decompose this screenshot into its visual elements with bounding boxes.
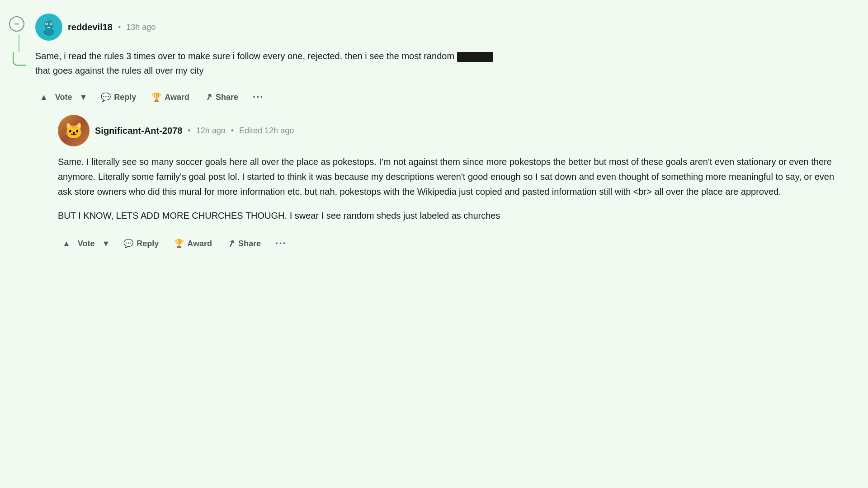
downvote-icon: ▼ bbox=[80, 93, 88, 102]
top-comment-share-button[interactable]: ↗ Share bbox=[198, 88, 245, 106]
top-comment-award-button[interactable]: 🏆 Award bbox=[145, 89, 196, 106]
nested-downvote-button[interactable]: ▼ bbox=[98, 236, 115, 251]
nested-edited-label: Edited 12h ago bbox=[239, 126, 294, 136]
top-comment-upvote-button[interactable]: ▲ bbox=[35, 90, 52, 105]
nested-more-icon: ··· bbox=[275, 238, 286, 249]
nested-reply-button[interactable]: 💬 Reply bbox=[117, 235, 165, 252]
svg-point-4 bbox=[46, 23, 47, 25]
nested-dot2: • bbox=[231, 126, 234, 136]
nested-comment-header: 🐱 Significant-Ant-2078 • 12h ago • Edite… bbox=[58, 115, 850, 146]
nested-paragraph-2: BUT I KNOW, LETS ADD MORE CHURCHES THOUG… bbox=[58, 208, 850, 223]
top-comment-header: reddevil18 • 13h ago bbox=[35, 14, 850, 41]
nested-comment-timestamp: 12h ago bbox=[196, 126, 226, 136]
thread-line-top bbox=[19, 34, 19, 52]
nested-award-label: Award bbox=[187, 239, 212, 249]
top-comment-text-part2: that goes against the rules all over my … bbox=[35, 66, 203, 75]
award-label: Award bbox=[165, 93, 189, 102]
nested-downvote-icon: ▼ bbox=[102, 239, 110, 249]
top-comment-reply-button[interactable]: 💬 Reply bbox=[94, 89, 142, 106]
nested-more-button[interactable]: ··· bbox=[270, 234, 292, 253]
nested-award-icon: 🏆 bbox=[174, 239, 184, 249]
svg-rect-6 bbox=[47, 27, 50, 28]
top-comment-timestamp: 13h ago bbox=[126, 23, 156, 32]
collapse-area: − bbox=[9, 14, 29, 66]
nested-reply-label: Reply bbox=[137, 239, 159, 249]
reply-label: Reply bbox=[114, 93, 136, 102]
nested-avatar-image: 🐱 bbox=[58, 115, 90, 146]
nested-upvote-icon: ▲ bbox=[62, 239, 71, 249]
nested-dot1: • bbox=[188, 126, 190, 136]
top-comment-action-bar: ▲ Vote ▼ 💬 Reply 🏆 Award bbox=[35, 88, 850, 107]
top-comment-downvote-button[interactable]: ▼ bbox=[75, 90, 92, 105]
collapse-icon: − bbox=[14, 19, 19, 28]
nested-paragraph-1: Same. I literally see so many soccer goa… bbox=[58, 155, 850, 199]
more-icon: ··· bbox=[253, 91, 264, 103]
nested-vote-label: Vote bbox=[78, 239, 95, 249]
top-comment-dot: • bbox=[118, 23, 121, 32]
thread-curve bbox=[13, 52, 26, 66]
top-comment-more-button[interactable]: ··· bbox=[247, 88, 269, 107]
top-comment: − bbox=[9, 14, 850, 253]
nested-comment-action-bar: ▲ Vote ▼ 💬 Reply 🏆 Award bbox=[58, 234, 850, 253]
svg-point-5 bbox=[51, 23, 52, 25]
redacted-word bbox=[457, 52, 493, 62]
nested-reply-icon: 💬 bbox=[123, 239, 133, 249]
top-comment-text: Same, i read the rules 3 times over to m… bbox=[35, 49, 850, 78]
collapse-button[interactable]: − bbox=[9, 16, 24, 32]
svg-point-9 bbox=[43, 28, 54, 36]
top-comment-username: reddevil18 bbox=[68, 22, 113, 33]
top-comment-avatar bbox=[35, 14, 62, 41]
top-comment-vote-label: Vote bbox=[55, 93, 72, 102]
nested-share-icon: ↗ bbox=[226, 237, 236, 250]
top-comment-text-part1: Same, i read the rules 3 times over to m… bbox=[35, 51, 454, 61]
share-icon: ↗ bbox=[203, 91, 214, 103]
nested-share-button[interactable]: ↗ Share bbox=[221, 235, 267, 253]
page-container: − bbox=[0, 0, 868, 271]
upvote-icon: ▲ bbox=[40, 93, 48, 102]
nested-share-label: Share bbox=[238, 239, 261, 249]
nested-comment: 🐱 Significant-Ant-2078 • 12h ago • Edite… bbox=[58, 115, 850, 253]
nested-upvote-button[interactable]: ▲ bbox=[58, 236, 75, 251]
share-label: Share bbox=[216, 93, 238, 102]
nested-comment-avatar: 🐱 bbox=[58, 115, 90, 146]
nested-comment-username: Significant-Ant-2078 bbox=[95, 126, 182, 136]
reply-icon: 💬 bbox=[101, 92, 111, 102]
nested-comment-body: Same. I literally see so many soccer goa… bbox=[58, 155, 850, 223]
award-icon: 🏆 bbox=[151, 92, 161, 102]
nested-award-button[interactable]: 🏆 Award bbox=[168, 235, 218, 252]
